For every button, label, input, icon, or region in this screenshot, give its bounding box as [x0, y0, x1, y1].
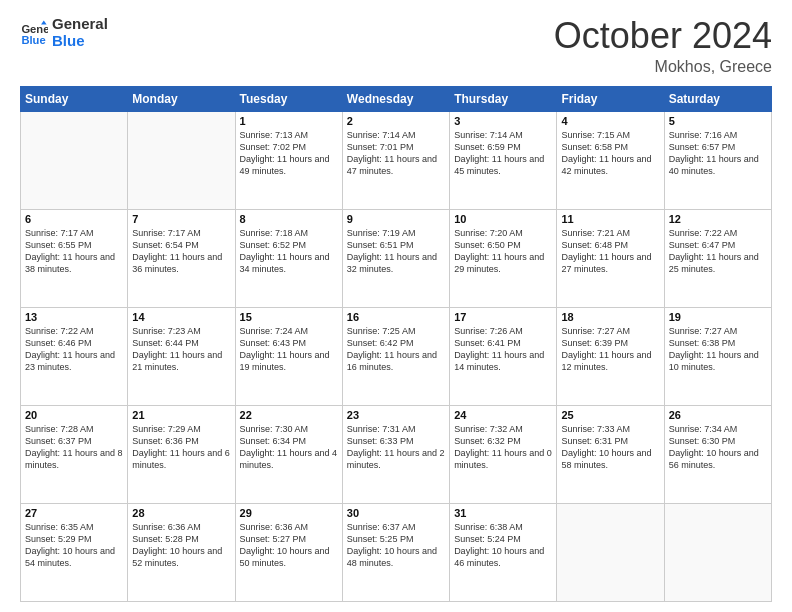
- calendar-cell: 27Sunrise: 6:35 AM Sunset: 5:29 PM Dayli…: [21, 503, 128, 601]
- week-row-2: 6Sunrise: 7:17 AM Sunset: 6:55 PM Daylig…: [21, 209, 772, 307]
- calendar-cell: 9Sunrise: 7:19 AM Sunset: 6:51 PM Daylig…: [342, 209, 449, 307]
- calendar-cell: 1Sunrise: 7:13 AM Sunset: 7:02 PM Daylig…: [235, 111, 342, 209]
- day-number: 22: [240, 409, 338, 421]
- calendar-cell: 29Sunrise: 6:36 AM Sunset: 5:27 PM Dayli…: [235, 503, 342, 601]
- day-number: 30: [347, 507, 445, 519]
- cell-info: Sunrise: 7:24 AM Sunset: 6:43 PM Dayligh…: [240, 325, 338, 374]
- cell-info: Sunrise: 7:28 AM Sunset: 6:37 PM Dayligh…: [25, 423, 123, 472]
- week-row-3: 13Sunrise: 7:22 AM Sunset: 6:46 PM Dayli…: [21, 307, 772, 405]
- calendar-cell: 13Sunrise: 7:22 AM Sunset: 6:46 PM Dayli…: [21, 307, 128, 405]
- cell-info: Sunrise: 7:32 AM Sunset: 6:32 PM Dayligh…: [454, 423, 552, 472]
- cell-info: Sunrise: 7:19 AM Sunset: 6:51 PM Dayligh…: [347, 227, 445, 276]
- cell-info: Sunrise: 7:27 AM Sunset: 6:39 PM Dayligh…: [561, 325, 659, 374]
- cell-info: Sunrise: 7:26 AM Sunset: 6:41 PM Dayligh…: [454, 325, 552, 374]
- day-number: 15: [240, 311, 338, 323]
- svg-text:Blue: Blue: [21, 33, 45, 45]
- day-number: 21: [132, 409, 230, 421]
- cell-info: Sunrise: 7:25 AM Sunset: 6:42 PM Dayligh…: [347, 325, 445, 374]
- calendar-cell: [664, 503, 771, 601]
- calendar-cell: 26Sunrise: 7:34 AM Sunset: 6:30 PM Dayli…: [664, 405, 771, 503]
- cell-info: Sunrise: 6:36 AM Sunset: 5:28 PM Dayligh…: [132, 521, 230, 570]
- cell-info: Sunrise: 6:38 AM Sunset: 5:24 PM Dayligh…: [454, 521, 552, 570]
- calendar-cell: 19Sunrise: 7:27 AM Sunset: 6:38 PM Dayli…: [664, 307, 771, 405]
- day-number: 29: [240, 507, 338, 519]
- day-number: 28: [132, 507, 230, 519]
- cell-info: Sunrise: 7:31 AM Sunset: 6:33 PM Dayligh…: [347, 423, 445, 472]
- title-block: October 2024 Mokhos, Greece: [554, 16, 772, 76]
- cell-info: Sunrise: 7:21 AM Sunset: 6:48 PM Dayligh…: [561, 227, 659, 276]
- day-number: 18: [561, 311, 659, 323]
- cell-info: Sunrise: 7:20 AM Sunset: 6:50 PM Dayligh…: [454, 227, 552, 276]
- day-header-tuesday: Tuesday: [235, 86, 342, 111]
- day-header-monday: Monday: [128, 86, 235, 111]
- cell-info: Sunrise: 7:33 AM Sunset: 6:31 PM Dayligh…: [561, 423, 659, 472]
- calendar-cell: 25Sunrise: 7:33 AM Sunset: 6:31 PM Dayli…: [557, 405, 664, 503]
- week-row-1: 1Sunrise: 7:13 AM Sunset: 7:02 PM Daylig…: [21, 111, 772, 209]
- day-number: 8: [240, 213, 338, 225]
- calendar-cell: 15Sunrise: 7:24 AM Sunset: 6:43 PM Dayli…: [235, 307, 342, 405]
- day-number: 23: [347, 409, 445, 421]
- day-number: 1: [240, 115, 338, 127]
- calendar-cell: [21, 111, 128, 209]
- cell-info: Sunrise: 7:22 AM Sunset: 6:47 PM Dayligh…: [669, 227, 767, 276]
- month-title: October 2024: [554, 16, 772, 56]
- calendar-cell: 11Sunrise: 7:21 AM Sunset: 6:48 PM Dayli…: [557, 209, 664, 307]
- calendar-table: SundayMondayTuesdayWednesdayThursdayFrid…: [20, 86, 772, 602]
- day-number: 24: [454, 409, 552, 421]
- logo: General Blue General Blue: [20, 16, 108, 49]
- logo-line2: Blue: [52, 33, 108, 50]
- calendar-cell: 2Sunrise: 7:14 AM Sunset: 7:01 PM Daylig…: [342, 111, 449, 209]
- cell-info: Sunrise: 7:16 AM Sunset: 6:57 PM Dayligh…: [669, 129, 767, 178]
- calendar-header-row: SundayMondayTuesdayWednesdayThursdayFrid…: [21, 86, 772, 111]
- day-number: 3: [454, 115, 552, 127]
- cell-info: Sunrise: 7:14 AM Sunset: 7:01 PM Dayligh…: [347, 129, 445, 178]
- cell-info: Sunrise: 7:17 AM Sunset: 6:54 PM Dayligh…: [132, 227, 230, 276]
- calendar-cell: 10Sunrise: 7:20 AM Sunset: 6:50 PM Dayli…: [450, 209, 557, 307]
- cell-info: Sunrise: 7:14 AM Sunset: 6:59 PM Dayligh…: [454, 129, 552, 178]
- day-number: 17: [454, 311, 552, 323]
- page: General Blue General Blue October 2024 M…: [0, 0, 792, 612]
- calendar-cell: 12Sunrise: 7:22 AM Sunset: 6:47 PM Dayli…: [664, 209, 771, 307]
- calendar-cell: 31Sunrise: 6:38 AM Sunset: 5:24 PM Dayli…: [450, 503, 557, 601]
- cell-info: Sunrise: 7:13 AM Sunset: 7:02 PM Dayligh…: [240, 129, 338, 178]
- calendar-cell: 24Sunrise: 7:32 AM Sunset: 6:32 PM Dayli…: [450, 405, 557, 503]
- calendar-cell: 4Sunrise: 7:15 AM Sunset: 6:58 PM Daylig…: [557, 111, 664, 209]
- week-row-5: 27Sunrise: 6:35 AM Sunset: 5:29 PM Dayli…: [21, 503, 772, 601]
- cell-info: Sunrise: 7:34 AM Sunset: 6:30 PM Dayligh…: [669, 423, 767, 472]
- cell-info: Sunrise: 7:29 AM Sunset: 6:36 PM Dayligh…: [132, 423, 230, 472]
- header: General Blue General Blue October 2024 M…: [20, 16, 772, 76]
- calendar-cell: 5Sunrise: 7:16 AM Sunset: 6:57 PM Daylig…: [664, 111, 771, 209]
- cell-info: Sunrise: 7:18 AM Sunset: 6:52 PM Dayligh…: [240, 227, 338, 276]
- calendar-cell: 28Sunrise: 6:36 AM Sunset: 5:28 PM Dayli…: [128, 503, 235, 601]
- calendar-cell: 17Sunrise: 7:26 AM Sunset: 6:41 PM Dayli…: [450, 307, 557, 405]
- day-header-sunday: Sunday: [21, 86, 128, 111]
- logo-icon: General Blue: [20, 19, 48, 47]
- logo-line1: General: [52, 16, 108, 33]
- calendar-cell: [128, 111, 235, 209]
- day-number: 27: [25, 507, 123, 519]
- cell-info: Sunrise: 6:37 AM Sunset: 5:25 PM Dayligh…: [347, 521, 445, 570]
- cell-info: Sunrise: 6:36 AM Sunset: 5:27 PM Dayligh…: [240, 521, 338, 570]
- cell-info: Sunrise: 7:27 AM Sunset: 6:38 PM Dayligh…: [669, 325, 767, 374]
- day-number: 10: [454, 213, 552, 225]
- day-number: 5: [669, 115, 767, 127]
- day-number: 20: [25, 409, 123, 421]
- cell-info: Sunrise: 6:35 AM Sunset: 5:29 PM Dayligh…: [25, 521, 123, 570]
- day-number: 16: [347, 311, 445, 323]
- day-header-saturday: Saturday: [664, 86, 771, 111]
- day-number: 31: [454, 507, 552, 519]
- location: Mokhos, Greece: [554, 58, 772, 76]
- week-row-4: 20Sunrise: 7:28 AM Sunset: 6:37 PM Dayli…: [21, 405, 772, 503]
- calendar-cell: 23Sunrise: 7:31 AM Sunset: 6:33 PM Dayli…: [342, 405, 449, 503]
- cell-info: Sunrise: 7:30 AM Sunset: 6:34 PM Dayligh…: [240, 423, 338, 472]
- day-header-friday: Friday: [557, 86, 664, 111]
- cell-info: Sunrise: 7:17 AM Sunset: 6:55 PM Dayligh…: [25, 227, 123, 276]
- calendar-cell: 30Sunrise: 6:37 AM Sunset: 5:25 PM Dayli…: [342, 503, 449, 601]
- day-number: 26: [669, 409, 767, 421]
- cell-info: Sunrise: 7:15 AM Sunset: 6:58 PM Dayligh…: [561, 129, 659, 178]
- cell-info: Sunrise: 7:23 AM Sunset: 6:44 PM Dayligh…: [132, 325, 230, 374]
- day-header-thursday: Thursday: [450, 86, 557, 111]
- calendar-cell: 3Sunrise: 7:14 AM Sunset: 6:59 PM Daylig…: [450, 111, 557, 209]
- calendar-cell: 14Sunrise: 7:23 AM Sunset: 6:44 PM Dayli…: [128, 307, 235, 405]
- calendar-cell: 6Sunrise: 7:17 AM Sunset: 6:55 PM Daylig…: [21, 209, 128, 307]
